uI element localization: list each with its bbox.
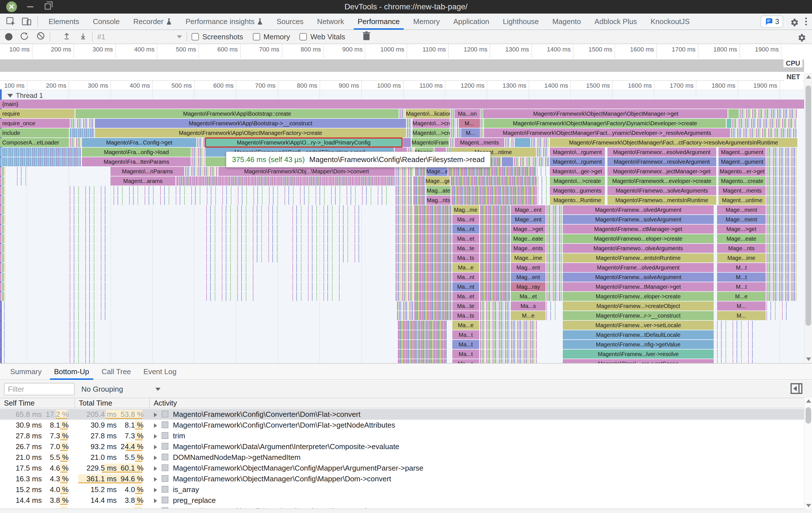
flame-block[interactable]: Mage...eate <box>717 234 766 243</box>
flame-block[interactable]: Magento\Framework\ObjectManager\Fact...y… <box>484 128 730 137</box>
flame-block[interactable]: require <box>0 109 75 118</box>
flame-block[interactable]: Mag...ray <box>511 282 546 291</box>
tab-adblock-plus[interactable]: Adblock Plus <box>588 13 644 30</box>
flame-block[interactable]: Magento\...lication <box>406 109 450 118</box>
table-row[interactable]: 30.9 ms8.1 %30.9 ms8.1 %Magento\Framewor… <box>0 420 812 430</box>
activity-name[interactable]: Magento\Framework\ObjectManager\Config\M… <box>173 474 801 484</box>
expand-icon[interactable] <box>154 456 157 460</box>
tab-elements[interactable]: Elements <box>42 13 86 30</box>
flame-block[interactable]: Magento\...rgument <box>550 157 605 166</box>
flame-block[interactable]: Ma...nt <box>452 273 479 282</box>
expand-icon[interactable] <box>154 434 157 439</box>
flame-block[interactable]: Magento\Framew...solveArgument <box>563 215 714 224</box>
checkbox-box[interactable] <box>192 33 199 40</box>
flame-block[interactable]: {main} <box>0 100 812 109</box>
flame-block[interactable]: M...t <box>717 263 766 272</box>
scroll-up-icon[interactable] <box>806 75 811 79</box>
expand-icon[interactable] <box>154 423 157 428</box>
flame-block[interactable]: Magento\Framew...eloper->create <box>563 292 714 301</box>
tab-network[interactable]: Network <box>310 13 351 30</box>
flame-block[interactable]: Ma...t <box>452 350 479 358</box>
flame-block[interactable]: Magento...guments <box>550 186 605 195</box>
clear-icon[interactable] <box>36 31 45 43</box>
device-toolbar-icon[interactable] <box>22 17 32 27</box>
thread-header[interactable]: Thread 1 <box>7 91 43 100</box>
save-profile-icon[interactable] <box>79 31 88 43</box>
flame-block[interactable]: Mage...ment <box>717 215 766 224</box>
flame-block[interactable]: Mag...ent <box>511 263 546 272</box>
flame-block[interactable]: Magento...er->get <box>719 167 766 176</box>
flame-block[interactable]: Magento\Framework\ObjectManager\Factory\… <box>484 119 726 128</box>
reload-and-record-icon[interactable] <box>20 31 29 43</box>
tab-performance-insights[interactable]: Performance insights <box>179 13 270 30</box>
expand-icon[interactable] <box>154 466 157 471</box>
collapse-caret-icon[interactable] <box>7 94 13 98</box>
tab-memory[interactable]: Memory <box>407 13 447 30</box>
table-scrollbar[interactable] <box>804 398 812 509</box>
overview-ruler[interactable]: 100 ms200 ms300 ms400 ms500 ms600 ms700 … <box>0 44 812 58</box>
flame-block[interactable]: Ma...et <box>452 234 479 243</box>
flame-block[interactable]: Ma...nt <box>452 224 479 234</box>
flame-block[interactable]: Magento\Framew...lver->resolve <box>563 350 714 358</box>
flame-block[interactable]: Magento\Framew...entsInRuntime <box>563 253 714 263</box>
flame-block[interactable]: Magento\...>create <box>412 128 450 137</box>
flame-block[interactable]: Magent...arams <box>111 177 175 186</box>
flame-block[interactable]: Magento\...rgument <box>550 147 605 157</box>
flame-block[interactable]: include <box>0 128 69 137</box>
expand-icon[interactable] <box>154 413 157 417</box>
table-row[interactable]: 16.3 ms4.3 %361.1 ms94.6 %Magento\Framew… <box>0 474 812 484</box>
flame-block[interactable]: Ma...te <box>452 301 479 310</box>
flame-block[interactable]: Mage...eate <box>511 234 546 243</box>
tab-sources[interactable]: Sources <box>270 13 310 30</box>
scroll-down-icon[interactable] <box>806 357 811 361</box>
show-sidebar-icon[interactable] <box>790 383 803 395</box>
tab-application[interactable]: Application <box>446 13 496 30</box>
flame-block[interactable]: Magent...gument <box>719 147 766 157</box>
flame-block[interactable]: Magento\Framewor...esolvedArgument <box>607 147 716 157</box>
activity-name[interactable]: is_array <box>173 484 801 495</box>
flame-block[interactable]: Mage...get <box>426 177 450 186</box>
flame-block[interactable]: Mag...ate <box>426 186 451 195</box>
flame-block[interactable]: Mage...ents <box>511 244 546 253</box>
flame-block[interactable]: Magento\...ger->get <box>550 167 605 176</box>
inspect-element-icon[interactable] <box>6 17 16 27</box>
table-row[interactable]: 17.5 ms4.6 %229.5 ms60.1 %Magento\Framew… <box>0 463 812 474</box>
flame-block[interactable]: Ma...ts <box>452 253 479 263</box>
flame-block[interactable]: Ma...s <box>511 301 546 310</box>
flame-block[interactable]: Ma...et <box>452 292 479 301</box>
checkbox-box[interactable] <box>299 33 307 40</box>
flame-block[interactable]: Magento\Framew...olvedArgument <box>563 205 714 214</box>
tab-bottom-up[interactable]: Bottom-Up <box>48 363 95 380</box>
flame-block[interactable]: Magento\Framework\App\Bootstrap->__const… <box>95 119 406 128</box>
flame-block[interactable]: Magent...untime <box>719 196 766 205</box>
table-row[interactable]: 14.4 ms3.8 %14.4 ms3.8 %preg_replace <box>0 495 812 506</box>
tab-lighthouse[interactable]: Lighthouse <box>496 13 546 30</box>
flame-block[interactable]: Magento\Framew...ver->setLocale <box>563 321 714 330</box>
flame-block[interactable]: Ma...et <box>511 292 546 301</box>
flame-block[interactable]: Magento\Framewor...resolveArgument <box>607 157 716 166</box>
flame-chart[interactable]: 100 ms200 ms300 ms400 ms500 ms600 ms700 … <box>0 81 812 363</box>
column-activity[interactable]: Activity <box>150 398 404 408</box>
flame-block[interactable] <box>502 157 513 166</box>
expand-icon[interactable] <box>154 445 157 449</box>
flame-block[interactable]: Magento\Framewo...olveArguments <box>563 244 714 253</box>
flame-block[interactable]: Magento...create <box>719 177 766 186</box>
flame-block[interactable]: Mage...ime <box>511 253 546 263</box>
flame-block[interactable] <box>727 119 731 128</box>
flame-block[interactable]: Ma...te <box>452 244 479 253</box>
flame-block[interactable]: Magento\Framewor...jectManager->get <box>607 167 716 176</box>
flame-block[interactable]: Ma...e <box>452 359 479 363</box>
table-row[interactable]: 26.7 ms7.0 %93.2 ms24.4 %Magento\Framewo… <box>0 441 812 452</box>
flame-block[interactable]: Magento\Fra...ttenParams <box>82 157 191 166</box>
column-total-time[interactable]: Total Time <box>75 398 150 408</box>
flame-block[interactable]: Mage...end <box>426 167 447 176</box>
flame-block[interactable]: Magento\Store\...ore->getScope <box>563 359 714 363</box>
flame-block[interactable] <box>403 138 411 147</box>
load-profile-icon[interactable] <box>62 31 71 43</box>
flame-block[interactable]: Ma...nt <box>452 282 479 291</box>
flame-block[interactable]: ComposerA...etLoader <box>0 138 69 147</box>
flame-block[interactable]: Mage...ent <box>511 205 546 214</box>
flame-block[interactable]: Magent...ments <box>455 138 504 147</box>
flame-block[interactable]: Magento\Fra...onfig->load <box>82 147 191 157</box>
checkbox-memory[interactable]: Memory <box>253 32 290 41</box>
